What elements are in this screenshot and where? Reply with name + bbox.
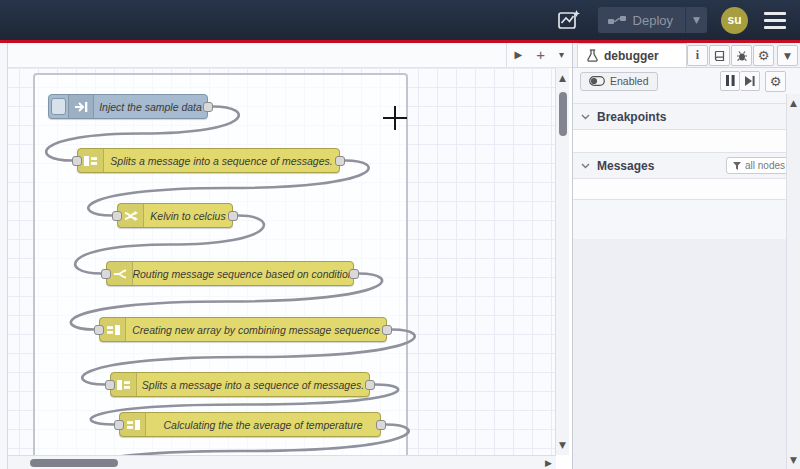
gear-icon: ⚙ (758, 49, 770, 62)
sidebar-tab-bar: debugger i ⚙ ▼ (573, 43, 800, 68)
flow-node[interactable]: Routing message sequence based on condit… (106, 261, 354, 286)
input-port[interactable] (105, 380, 115, 390)
flow-workspace: ▶ + ▾ (0, 43, 573, 469)
sidebar-tabs-caret-button[interactable]: ▼ (777, 45, 798, 66)
node-label: Splits a message into a sequence of mess… (137, 373, 369, 396)
input-port[interactable] (72, 156, 82, 166)
debug-button[interactable] (731, 45, 752, 66)
node-label: Inject the sample data (94, 95, 207, 118)
canvas-vertical-scrollbar[interactable]: ▲ ▼ (555, 68, 569, 455)
input-port[interactable] (101, 269, 111, 279)
chevron-down-icon (581, 163, 590, 169)
canvas-horizontal-scrollbar[interactable]: ▶ (8, 455, 556, 469)
node-label: Kelvin to celcius (144, 204, 232, 227)
messages-filter-button[interactable]: all nodes (726, 157, 792, 174)
output-port[interactable] (228, 211, 238, 221)
input-port[interactable] (112, 211, 122, 221)
output-port[interactable] (382, 325, 392, 335)
deploy-label: Deploy (633, 13, 673, 28)
flow-assistant-icon (557, 9, 581, 31)
vertical-scroll-thumb[interactable] (559, 92, 567, 136)
bug-icon (736, 50, 748, 62)
caret-down-icon: ▼ (784, 51, 791, 61)
output-port[interactable] (335, 156, 345, 166)
deploy-button[interactable]: Deploy ▼ (598, 7, 707, 33)
pause-icon (726, 75, 735, 86)
messages-section-header[interactable]: Messages all nodes (573, 152, 800, 179)
header-bar: Deploy ▼ su (0, 0, 800, 40)
scroll-down-arrow-icon[interactable]: ▼ (787, 455, 800, 465)
step-button[interactable] (740, 71, 760, 91)
messages-list (573, 179, 800, 200)
flask-icon (587, 49, 598, 62)
breakpoints-section-header[interactable]: Breakpoints (573, 103, 800, 130)
horizontal-scroll-thumb[interactable] (30, 459, 118, 467)
inject-arrow-icon (68, 95, 94, 118)
tab-label: debugger (604, 49, 659, 63)
main-menu-button[interactable] (762, 8, 788, 33)
flow-canvas[interactable]: Inject the sample data Splits a message … (0, 68, 556, 455)
flow-node[interactable]: Creating new array by combining message … (99, 317, 387, 342)
inject-trigger-button[interactable] (51, 98, 66, 115)
user-avatar[interactable]: su (721, 7, 748, 34)
breakpoints-list (573, 130, 800, 152)
deploy-options-caret[interactable]: ▼ (685, 7, 707, 33)
funnel-icon (733, 162, 741, 170)
sidebar: debugger i ⚙ ▼ (573, 43, 800, 469)
flow-node[interactable]: Calculating the the average of temperatu… (119, 412, 381, 437)
tab-debugger[interactable]: debugger (577, 43, 687, 67)
node-label: Creating new array by combining message … (126, 318, 386, 341)
palette-edge-strip (0, 43, 8, 469)
toggle-icon (589, 76, 605, 86)
debugger-toolbar: Enabled ⚙ (573, 68, 800, 94)
pause-button[interactable] (720, 71, 740, 91)
chevron-down-icon (581, 114, 590, 120)
node-label: Calculating the the average of temperatu… (146, 413, 380, 436)
settings-button[interactable]: ⚙ (753, 45, 774, 66)
scroll-up-arrow-icon[interactable]: ▲ (556, 73, 569, 83)
output-port[interactable] (376, 420, 386, 430)
workspace-tab-bar: ▶ + ▾ (0, 43, 572, 68)
flow-node[interactable]: Kelvin to celcius (117, 203, 233, 228)
hamburger-menu-icon (764, 12, 786, 15)
docs-button[interactable] (709, 45, 730, 66)
flow-node[interactable]: Splits a message into a sequence of mess… (110, 372, 370, 397)
sidebar-scrollbar[interactable]: ▲ ▼ (786, 94, 800, 469)
step-icon (745, 76, 755, 86)
debugger-settings-button[interactable]: ⚙ (765, 71, 786, 92)
scroll-tabs-right-button[interactable]: ▶ (515, 50, 523, 60)
scroll-up-arrow-icon[interactable]: ▲ (787, 98, 800, 108)
filter-label: all nodes (745, 160, 785, 171)
gear-icon: ⚙ (770, 75, 782, 88)
input-port[interactable] (94, 325, 104, 335)
flow-list-caret-button[interactable]: ▾ (559, 50, 564, 60)
enabled-label: Enabled (610, 75, 649, 87)
output-port[interactable] (203, 102, 213, 112)
scroll-right-arrow-icon[interactable]: ▶ (545, 458, 552, 468)
scroll-down-arrow-icon[interactable]: ▼ (556, 440, 569, 450)
info-icon: i (696, 48, 699, 63)
flow-node[interactable]: Inject the sample data (48, 94, 208, 119)
debugger-enabled-toggle[interactable]: Enabled (580, 72, 658, 91)
flow-node[interactable]: Splits a message into a sequence of mess… (77, 148, 340, 173)
output-port[interactable] (349, 269, 359, 279)
input-port[interactable] (114, 420, 124, 430)
output-port[interactable] (365, 380, 375, 390)
breakpoints-title: Breakpoints (597, 110, 666, 124)
node-label: Routing message sequence based on condit… (133, 262, 353, 285)
info-button[interactable]: i (687, 45, 708, 66)
messages-title: Messages (597, 159, 654, 173)
node-label: Splits a message into a sequence of mess… (104, 149, 339, 172)
add-flow-button[interactable]: + (536, 47, 545, 62)
flow-assistant-button[interactable] (554, 7, 584, 33)
book-icon (714, 50, 726, 62)
deploy-nodes-icon (608, 15, 626, 26)
